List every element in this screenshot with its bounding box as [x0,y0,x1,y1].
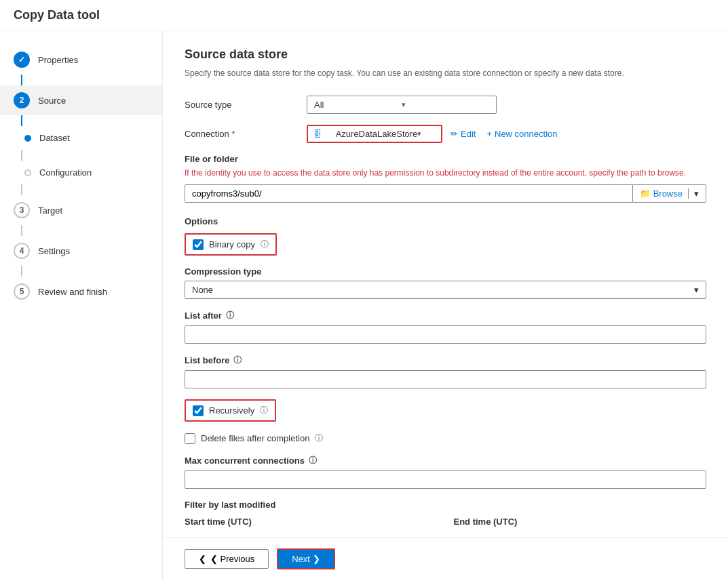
file-folder-title: File or folder [185,154,706,164]
max-connections-info-icon[interactable]: ⓘ [309,455,317,466]
bottom-bar: ❮ ❮ Previous Next ❯ [163,537,728,580]
new-connection-button[interactable]: + New connection [484,126,560,142]
header: Copy Data tool [0,0,728,31]
step-dot-dataset [24,135,31,142]
sidebar-item-properties[interactable]: ✓ Properties [0,45,162,75]
main-content: Source data store Specify the source dat… [163,31,728,537]
file-folder-desc: If the identity you use to access the da… [185,167,706,179]
recursively-section: Recursively ⓘ [185,399,706,422]
binary-copy-info-icon[interactable]: ⓘ [261,239,269,250]
max-connections-input[interactable] [185,470,706,489]
list-after-input[interactable] [185,325,706,344]
list-after-info-icon[interactable]: ⓘ [226,310,234,321]
connector-4 [21,184,22,195]
connection-control: 🗄 AzureDataLakeStore ▾ ✏ Edit + New conn… [307,125,706,143]
sidebar-label-review: Review and finish [38,287,107,297]
pencil-icon: ✏ [451,129,458,139]
sidebar-item-settings[interactable]: 4 Settings [0,236,162,266]
start-time-col: Start time (UTC) [185,517,438,527]
connection-select[interactable]: 🗄 AzureDataLakeStore ▾ [307,125,442,143]
connector-3 [21,150,22,161]
database-icon: 🗄 [313,129,332,139]
list-after-label-row: List after ⓘ [185,310,706,321]
compression-chevron-icon: ▾ [694,285,699,295]
filter-row: Start time (UTC) End time (UTC) [185,517,706,527]
chevron-down-icon: ▾ [402,100,489,109]
step-circle-review: 5 [14,283,30,300]
connector-2 [21,115,22,126]
next-button[interactable]: Next ❯ [277,548,334,569]
connection-value: AzureDataLakeStore [336,129,418,139]
required-indicator: * [231,129,235,139]
step-circle-properties: ✓ [14,52,30,68]
sidebar: ✓ Properties 2 Source Dataset Configurat… [0,31,163,580]
connector-6 [21,266,22,277]
browse-chevron-icon: ▾ [688,188,699,199]
sidebar-item-dataset[interactable]: Dataset [0,126,162,150]
delete-files-row: Delete files after completion ⓘ [185,433,706,444]
step-circle-target: 3 [14,202,30,218]
recursively-checkbox[interactable] [193,405,204,416]
delete-files-info-icon[interactable]: ⓘ [315,433,323,444]
list-after-group: List after ⓘ [185,310,706,344]
chevron-left-icon: ❮ [199,554,206,564]
compression-type-group: Compression type None ▾ [185,266,706,299]
browse-row: 📁 Browse ▾ [185,184,706,203]
page-title: Copy Data tool [14,8,100,22]
plus-icon: + [486,129,492,139]
edit-button[interactable]: ✏ Edit [448,126,478,142]
compression-type-value: None [192,285,694,295]
sidebar-item-configuration[interactable]: Configuration [0,161,162,184]
filter-title: Filter by last modified [185,500,706,510]
step-circle-settings: 4 [14,243,30,259]
section-desc: Specify the source data store for the co… [185,67,706,79]
connector-5 [21,225,22,236]
list-before-label-row: List before ⓘ [185,355,706,366]
step-dot-configuration [24,169,31,176]
sidebar-label-properties: Properties [38,55,78,65]
source-type-value: All [314,100,402,110]
list-before-info-icon[interactable]: ⓘ [233,355,242,366]
sidebar-item-source[interactable]: 2 Source [0,85,162,115]
compression-type-label: Compression type [185,266,706,277]
binary-copy-checkbox[interactable] [193,239,204,250]
binary-copy-label: Binary copy [209,239,255,249]
filter-section: Filter by last modified Start time (UTC)… [185,500,706,527]
end-time-label: End time (UTC) [454,517,707,527]
connection-label: Connection * [185,129,307,139]
sidebar-label-target: Target [38,205,62,216]
source-type-select[interactable]: All ▾ [307,96,497,114]
connection-controls: 🗄 AzureDataLakeStore ▾ ✏ Edit + New conn… [307,125,706,143]
binary-copy-highlighted: Binary copy ⓘ [185,233,277,256]
step-circle-source: 2 [14,92,30,108]
connection-row: Connection * 🗄 AzureDataLakeStore ▾ ✏ Ed… [185,125,706,143]
path-input[interactable] [185,184,633,203]
sidebar-item-target[interactable]: 3 Target [0,195,162,225]
browse-button[interactable]: 📁 Browse ▾ [633,184,706,203]
recursively-label: Recursively [209,405,254,416]
connector-1 [21,75,22,85]
max-connections-label-row: Max concurrent connections ⓘ [185,455,706,466]
file-folder-section: File or folder If the identity you use t… [185,154,706,203]
max-connections-group: Max concurrent connections ⓘ [185,455,706,489]
delete-files-checkbox[interactable] [185,433,195,444]
compression-type-select[interactable]: None ▾ [185,281,706,299]
folder-icon: 📁 [640,188,651,199]
recursively-info-icon[interactable]: ⓘ [260,405,268,416]
previous-button[interactable]: ❮ ❮ Previous [185,549,269,569]
list-before-group: List before ⓘ [185,355,706,388]
start-time-label: Start time (UTC) [185,517,438,527]
binary-copy-section: Binary copy ⓘ [185,233,706,256]
connection-chevron-icon: ▾ [417,129,436,138]
section-title: Source data store [185,47,706,62]
source-type-control: All ▾ [307,96,706,114]
sidebar-label-source: Source [38,96,66,106]
main-layout: ✓ Properties 2 Source Dataset Configurat… [0,31,728,580]
sidebar-label-dataset: Dataset [39,133,70,143]
source-type-label: Source type [185,100,307,110]
list-before-input[interactable] [185,370,706,388]
recursively-highlighted: Recursively ⓘ [185,399,276,422]
options-title: Options [185,216,706,226]
sidebar-item-review[interactable]: 5 Review and finish [0,277,162,306]
sidebar-label-configuration: Configuration [39,167,92,178]
